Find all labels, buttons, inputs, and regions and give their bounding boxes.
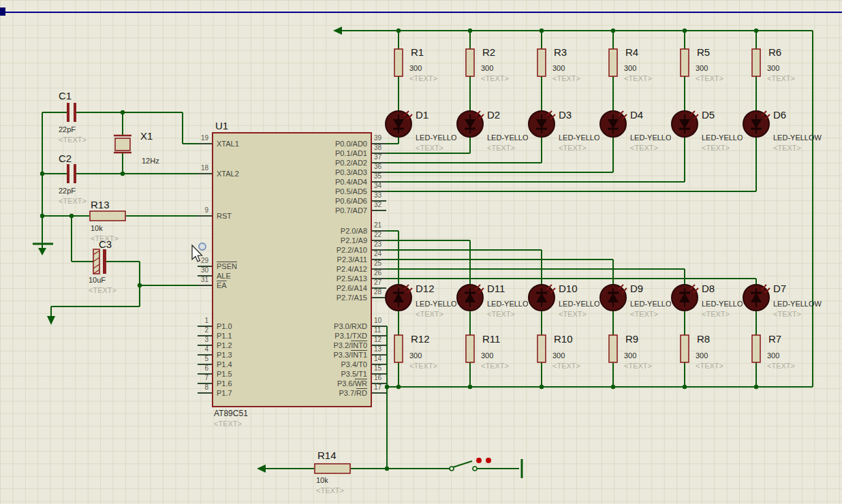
crystal-X1-symbol[interactable] (114, 136, 131, 153)
resistor-R9-symbol[interactable] (609, 335, 617, 362)
led-D8-symbol[interactable] (672, 285, 698, 311)
capacitor-C1-symbol[interactable] (68, 103, 75, 122)
resistor-R3-symbol[interactable] (537, 49, 546, 76)
led-D10-symbol[interactable] (529, 285, 555, 311)
mouse-cursor (188, 241, 211, 266)
resistor-R14-symbol[interactable] (315, 464, 350, 473)
led-D6-symbol[interactable] (743, 111, 770, 137)
down-terminal-arrow[interactable] (47, 316, 55, 325)
led-D7-symbol[interactable] (743, 285, 770, 311)
capacitor-C3-symbol[interactable] (93, 249, 106, 274)
resistor-R11-symbol[interactable] (466, 335, 474, 362)
led-D9-symbol[interactable] (600, 285, 627, 311)
led-D1-symbol[interactable] (386, 111, 412, 137)
led-D4-symbol[interactable] (600, 111, 627, 137)
resistor-R10-symbol[interactable] (537, 335, 546, 362)
resistor-R12-symbol[interactable] (394, 335, 403, 362)
bottom-terminal-arrow[interactable] (257, 464, 266, 473)
power-terminal-arrow[interactable] (333, 27, 342, 35)
chip-AT89C51-symbol[interactable] (213, 133, 371, 407)
resistor-R1-symbol[interactable] (394, 49, 403, 76)
led-D12-symbol[interactable] (386, 285, 412, 311)
resistor-R4-symbol[interactable] (609, 49, 617, 76)
resistor-R7-symbol[interactable] (752, 335, 760, 362)
wire-network[interactable] (42, 31, 813, 469)
capacitor-C2-symbol[interactable] (68, 164, 75, 183)
led-D2-symbol[interactable] (457, 111, 484, 137)
resistor-R13-symbol[interactable] (90, 211, 125, 221)
resistor-R2-symbol[interactable] (466, 49, 474, 76)
led-D11-symbol[interactable] (457, 285, 484, 311)
led-D5-symbol[interactable] (672, 111, 698, 137)
schematic-editor-canvas[interactable]: U1 AT89C51 <TEXT> C1 22pF <TEXT> X1 12Hz… (0, 0, 842, 504)
led-D3-symbol[interactable] (529, 111, 555, 137)
resistor-R5-symbol[interactable] (681, 49, 689, 76)
resistor-R8-symbol[interactable] (681, 335, 689, 362)
resistor-R6-symbol[interactable] (752, 49, 760, 76)
schematic-drawing[interactable] (0, 0, 842, 504)
